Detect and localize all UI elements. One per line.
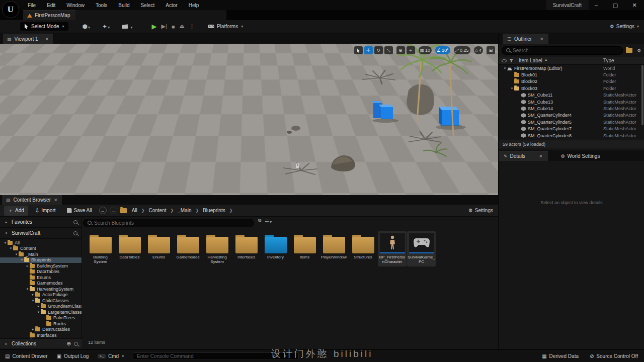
outliner-row[interactable]: SM_QuarterCylinder7StaticMeshActor [499, 126, 644, 132]
pin-column-icon[interactable] [511, 59, 512, 62]
stop-button[interactable]: ■ [172, 24, 175, 30]
expander-icon[interactable]: ▾ [25, 287, 30, 291]
viewport-options-icon[interactable]: ☰ [3, 46, 12, 55]
close-icon[interactable]: ✕ [54, 198, 58, 203]
rotate-tool-button[interactable]: ↻ [374, 46, 383, 54]
sidebar-folder-grounditemclasses[interactable]: ▸GroundItemClasses [0, 304, 82, 310]
asset-tile-inventory[interactable]: Inventory [261, 231, 290, 259]
outliner-row[interactable]: SM_QuarterCylinder4StaticMeshActor [499, 112, 644, 119]
cb-settings-dropdown[interactable]: ⚙Settings [468, 208, 493, 213]
project-root-header[interactable]: ▾SurvivalCraft [0, 228, 82, 239]
show-dropdown[interactable]: Show [84, 47, 107, 55]
world-local-toggle[interactable]: ⊕ [396, 46, 405, 54]
expander-icon[interactable]: ▾ [14, 252, 19, 256]
sidebar-folder-datatables[interactable]: DataTables [0, 269, 82, 275]
cmd-dropdown[interactable]: >_ Cmd▾ [98, 353, 124, 359]
new-folder-icon[interactable] [626, 48, 632, 53]
outliner-row[interactable]: SM_Cube11StaticMeshActor [499, 92, 644, 99]
asset-tile-bp-firstpersoncharacter[interactable]: BP_FirstPersonCharacter [378, 231, 407, 266]
sidebar-folder-childclasses[interactable]: ▾ChildClasses [0, 298, 82, 304]
play-button[interactable]: ▶ [152, 23, 157, 30]
menu-select[interactable]: Select [136, 1, 159, 10]
minimize-button[interactable]: – [587, 0, 606, 10]
close-icon[interactable]: ✕ [540, 37, 544, 42]
grid-snap-button[interactable]: ▦ 10 [419, 46, 432, 54]
tab-content-browser[interactable]: ▧ Content Browser ✕ [2, 195, 62, 205]
outliner-scrollbar[interactable] [641, 65, 643, 125]
expander-icon[interactable]: ▸ [36, 304, 41, 308]
viewport-3d[interactable]: ☰ ◈Perspective ◎Lit Show ✛ ↻ ⤡ ⊕ ⌖ ▦ 10 … [0, 44, 498, 195]
output-log-button[interactable]: ▣Output Log [56, 353, 89, 359]
menu-tools[interactable]: Tools [91, 1, 112, 10]
tab-viewport-1[interactable]: ▦ Viewport 1 ✕ [3, 34, 53, 44]
filter-settings-icon[interactable]: ☰▾ [265, 219, 272, 224]
asset-tile-survivalgame-pc[interactable]: SurvivalGame_PC [407, 231, 436, 266]
surface-snap-button[interactable]: ⌖ [407, 46, 415, 54]
sidebar-folder-interfaces[interactable]: Interfaces [0, 332, 82, 338]
sidebar-folder-_main[interactable]: ▾_Main [0, 251, 82, 257]
select-tool-button[interactable] [354, 46, 363, 54]
asset-tile-datatables[interactable]: DataTables [115, 231, 144, 259]
cinematics-icon[interactable]: ▾ [120, 22, 134, 31]
breadcrumb-blueprints[interactable]: Blueprints [203, 208, 225, 213]
expander-icon[interactable]: ▾ [3, 241, 8, 245]
sidebar-folder-actorfoliage[interactable]: ▸ActorFoliage [0, 292, 82, 298]
sidebar-folder-content[interactable]: ▾Content [0, 246, 82, 252]
expander-icon[interactable]: ▾ [503, 66, 507, 70]
sidebar-folder-all[interactable]: ▾All [0, 240, 82, 246]
sidebar-folder-enums[interactable]: Enums [0, 275, 82, 281]
expander-icon[interactable]: ▾ [9, 246, 13, 250]
asset-tile-structures[interactable]: Structures [349, 231, 377, 259]
scale-snap-button[interactable]: ⤢ 0.25 [454, 46, 470, 54]
asset-tile-playerwindow[interactable]: PlayerWindow [319, 231, 348, 259]
sidebar-folder-rocks[interactable]: Rocks [0, 321, 82, 327]
add-actor-icon[interactable]: ⬢▾ [80, 22, 93, 31]
save-search-icon[interactable]: 🖫 [258, 219, 262, 224]
select-mode-dropdown[interactable]: Select Mode ▾ [20, 22, 68, 31]
add-button[interactable]: ＋Add [4, 206, 28, 216]
type-column[interactable]: Type [603, 58, 614, 63]
menu-build[interactable]: Build [114, 1, 134, 10]
outliner-row[interactable]: SM_Cube14StaticMeshActor [499, 105, 644, 112]
visibility-column-icon[interactable] [502, 59, 507, 62]
maximize-button[interactable]: ▢ [606, 0, 625, 10]
sidebar-folder-blueprints[interactable]: ▾Blueprints [0, 257, 82, 263]
item-label-column[interactable]: Item Label▲ [519, 58, 548, 63]
add-collection-icon[interactable]: ⊕ [67, 341, 71, 346]
menu-actor[interactable]: Actor [161, 1, 182, 10]
close-icon[interactable]: ✕ [539, 154, 543, 159]
expander-icon[interactable]: ▸ [31, 293, 35, 297]
outliner-row[interactable]: Block01Folder [499, 71, 644, 78]
sidebar-folder-gamemodes[interactable]: Gamemodes [0, 281, 82, 287]
move-tool-button[interactable]: ✛ [364, 46, 373, 54]
asset-tile-gamemodes[interactable]: Gamemodes [174, 231, 202, 259]
outliner-row[interactable]: SM_Cube13StaticMeshActor [499, 99, 644, 105]
expander-icon[interactable]: ▸ [31, 327, 35, 331]
rotation-snap-button[interactable]: ∠ 10° [435, 46, 450, 54]
breadcrumb-content[interactable]: Content [149, 208, 167, 213]
menu-help[interactable]: Help [184, 1, 204, 10]
blueprints-icon[interactable]: ✦▾ [100, 22, 112, 31]
content-drawer-button[interactable]: ▤Content Drawer [5, 353, 47, 359]
maximize-viewport-button[interactable]: ⊞ [487, 46, 495, 54]
outliner-row[interactable]: SM_QuarterCylinder8StaticMeshActor [499, 132, 644, 139]
asset-tile-harvesting-system[interactable]: Harvesting System [203, 231, 231, 264]
sidebar-folder-palmtrees[interactable]: PalmTrees [0, 315, 82, 321]
sidebar-folder-largeitemclasses[interactable]: ▾LargeItemClasses [0, 309, 82, 315]
tab-outliner[interactable]: ☰ Outliner ✕ [503, 34, 548, 44]
perspective-dropdown[interactable]: ◈Perspective [15, 47, 57, 55]
frame-skip-button[interactable]: ▶| [162, 23, 167, 30]
play-options-icon[interactable]: ⋮ [189, 23, 195, 30]
expander-icon[interactable]: ▾ [20, 258, 24, 262]
close-icon[interactable]: ✕ [45, 37, 49, 42]
source-control-button[interactable]: ⊘Source Control Off [590, 353, 638, 359]
outliner-row[interactable]: ▾FirstPersonMap (Editor)World [499, 65, 644, 71]
outliner-search-input[interactable]: Search [502, 46, 623, 55]
tab-world-settings[interactable]: ◍ World Settings [556, 151, 605, 161]
expander-icon[interactable]: ▾ [510, 86, 514, 90]
asset-tile-building-system[interactable]: Building System [86, 231, 115, 264]
lit-dropdown[interactable]: ◎Lit [59, 47, 81, 55]
platforms-dropdown[interactable]: Platforms ▾ [208, 24, 243, 29]
asset-tile-interfaces[interactable]: Interfaces [232, 231, 261, 259]
outliner-settings-icon[interactable]: ⚙ [637, 48, 641, 53]
